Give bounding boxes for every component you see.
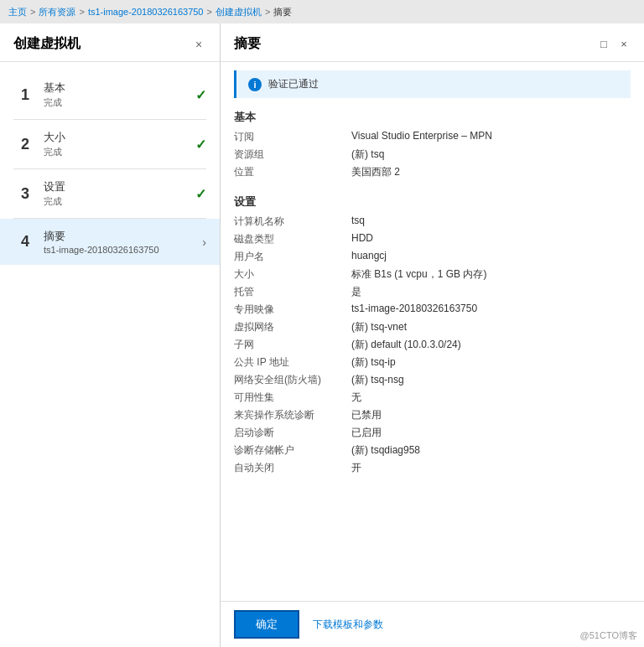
value-auto-shutdown: 开 — [351, 461, 631, 475]
step-1[interactable]: 1 基本 完成 ✓ — [0, 70, 220, 119]
breadcrumb-home[interactable]: 主页 — [8, 6, 27, 18]
section-basic-title: 基本 — [221, 103, 644, 128]
value-resource-group: (新) tsq — [351, 148, 631, 162]
info-row-public-ip: 公共 IP 地址 (新) tsq-ip — [234, 354, 631, 371]
left-panel-title: 创建虚拟机 — [13, 35, 80, 53]
info-row-computer-name: 计算机名称 tsq — [234, 213, 631, 230]
value-public-ip: (新) tsq-ip — [351, 355, 631, 370]
right-panel: 摘要 □ × i 验证已通过 基本 订阅 Visual Studio Enter… — [221, 23, 644, 647]
value-disk-type: HDD — [351, 232, 631, 246]
step-1-subtitle: 完成 — [44, 96, 195, 109]
label-diag-storage: 诊断存储帐户 — [234, 443, 351, 458]
label-computer-name: 计算机名称 — [234, 215, 351, 229]
info-row-location: 位置 美国西部 2 — [234, 163, 631, 181]
value-subscription: Visual Studio Enterprise – MPN — [351, 130, 631, 144]
breadcrumb-resources[interactable]: 所有资源 — [39, 6, 75, 18]
summary-content: i 验证已通过 基本 订阅 Visual Studio Enterprise –… — [221, 62, 644, 601]
value-nsg: (新) tsq-nsg — [351, 373, 631, 387]
breadcrumb-sep-4: > — [265, 7, 270, 17]
breadcrumb-sep-3: > — [206, 7, 211, 17]
step-3-info: 设置 完成 — [44, 179, 195, 208]
breadcrumb-sep-1: > — [30, 7, 35, 17]
label-disk-type: 磁盘类型 — [234, 232, 351, 246]
info-row-nsg: 网络安全组(防火墙) (新) tsq-nsg — [234, 371, 631, 389]
value-location: 美国西部 2 — [351, 165, 631, 179]
value-guest-diag: 已禁用 — [351, 408, 631, 422]
label-subscription: 订阅 — [234, 130, 351, 144]
validation-text: 验证已通过 — [268, 77, 319, 91]
step-3-number: 3 — [13, 182, 37, 205]
step-4-arrow: › — [202, 236, 206, 249]
step-1-title: 基本 — [44, 80, 195, 96]
breadcrumb-create-vm[interactable]: 创建虚拟机 — [216, 6, 262, 18]
download-template-link[interactable]: 下载模板和参数 — [313, 618, 383, 632]
info-row-subnet: 子网 (新) default (10.0.3.0/24) — [234, 336, 631, 354]
label-username: 用户名 — [234, 250, 351, 264]
step-1-number: 1 — [13, 83, 37, 106]
confirm-button[interactable]: 确定 — [234, 610, 299, 639]
step-3-title: 设置 — [44, 179, 195, 194]
step-1-check: ✓ — [195, 87, 206, 103]
info-icon: i — [248, 78, 262, 91]
step-2-number: 2 — [13, 132, 37, 156]
label-nsg: 网络安全组(防火墙) — [234, 373, 351, 387]
label-guest-diag: 来宾操作系统诊断 — [234, 408, 351, 422]
validation-bar: i 验证已通过 — [234, 70, 631, 98]
left-panel-header: 创建虚拟机 × — [0, 23, 220, 62]
step-4[interactable]: 4 摘要 ts1-image-20180326163750 › — [0, 219, 220, 265]
close-window-button[interactable]: × — [617, 38, 631, 51]
label-subnet: 子网 — [234, 338, 351, 352]
label-dedicated-image: 专用映像 — [234, 303, 351, 317]
section-basic-table: 订阅 Visual Studio Enterprise – MPN 资源组 (新… — [221, 128, 644, 181]
section-settings-title: 设置 — [221, 188, 644, 213]
label-size: 大小 — [234, 267, 351, 282]
step-2-info: 大小 完成 — [44, 130, 195, 158]
value-vnet: (新) tsq-vnet — [351, 320, 631, 334]
info-row-disk-type: 磁盘类型 HDD — [234, 230, 631, 248]
label-public-ip: 公共 IP 地址 — [234, 355, 351, 370]
info-row-guest-diag: 来宾操作系统诊断 已禁用 — [234, 406, 631, 424]
step-1-info: 基本 完成 — [44, 80, 195, 109]
step-4-info: 摘要 ts1-image-20180326163750 — [44, 229, 202, 255]
step-2[interactable]: 2 大小 完成 ✓ — [0, 120, 220, 168]
info-row-username: 用户名 huangcj — [234, 248, 631, 266]
breadcrumb-sep-2: > — [79, 7, 84, 17]
step-3-check: ✓ — [195, 186, 206, 202]
value-size: 标准 B1s (1 vcpu，1 GB 内存) — [351, 267, 631, 282]
step-2-subtitle: 完成 — [44, 146, 195, 158]
left-panel: 创建虚拟机 × 1 基本 完成 ✓ 2 大小 完成 ✓ — [0, 23, 221, 647]
value-dedicated-image: ts1-image-20180326163750 — [351, 303, 631, 317]
step-4-number: 4 — [13, 230, 37, 254]
info-row-availability: 可用性集 无 — [234, 389, 631, 406]
right-panel-title: 摘要 — [234, 35, 261, 53]
info-row-boot-diag: 启动诊断 已启用 — [234, 424, 631, 442]
info-row-resource-group: 资源组 (新) tsq — [234, 146, 631, 163]
info-row-vnet: 虚拟网络 (新) tsq-vnet — [234, 318, 631, 336]
section-settings-table: 计算机名称 tsq 磁盘类型 HDD 用户名 huangcj 大小 标准 B1s… — [221, 213, 644, 477]
maximize-button[interactable]: □ — [597, 38, 610, 51]
value-subnet: (新) default (10.0.3.0/24) — [351, 338, 631, 352]
steps-container: 1 基本 完成 ✓ 2 大小 完成 ✓ 3 — [0, 62, 220, 647]
main-area: 创建虚拟机 × 1 基本 完成 ✓ 2 大小 完成 ✓ — [0, 23, 644, 647]
right-panel-header: 摘要 □ × — [221, 23, 644, 62]
label-resource-group: 资源组 — [234, 148, 351, 162]
value-boot-diag: 已启用 — [351, 426, 631, 440]
label-availability: 可用性集 — [234, 391, 351, 405]
value-username: huangcj — [351, 250, 631, 264]
label-vnet: 虚拟网络 — [234, 320, 351, 334]
breadcrumb: 主页 > 所有资源 > ts1-image-20180326163750 > 创… — [0, 0, 644, 23]
step-2-check: ✓ — [195, 137, 206, 153]
watermark: @51CTO博客 — [580, 629, 637, 642]
breadcrumb-image[interactable]: ts1-image-20180326163750 — [88, 7, 204, 17]
value-computer-name: tsq — [351, 215, 631, 229]
info-row-size: 大小 标准 B1s (1 vcpu，1 GB 内存) — [234, 266, 631, 283]
close-button[interactable]: × — [191, 37, 206, 52]
info-row-dedicated-image: 专用映像 ts1-image-20180326163750 — [234, 301, 631, 318]
step-3[interactable]: 3 设置 完成 ✓ — [0, 169, 220, 218]
label-boot-diag: 启动诊断 — [234, 426, 351, 440]
value-diag-storage: (新) tsqdiag958 — [351, 443, 631, 458]
info-row-managed: 托管 是 — [234, 283, 631, 301]
label-auto-shutdown: 自动关闭 — [234, 461, 351, 475]
value-availability: 无 — [351, 391, 631, 405]
step-4-title: 摘要 — [44, 229, 202, 244]
